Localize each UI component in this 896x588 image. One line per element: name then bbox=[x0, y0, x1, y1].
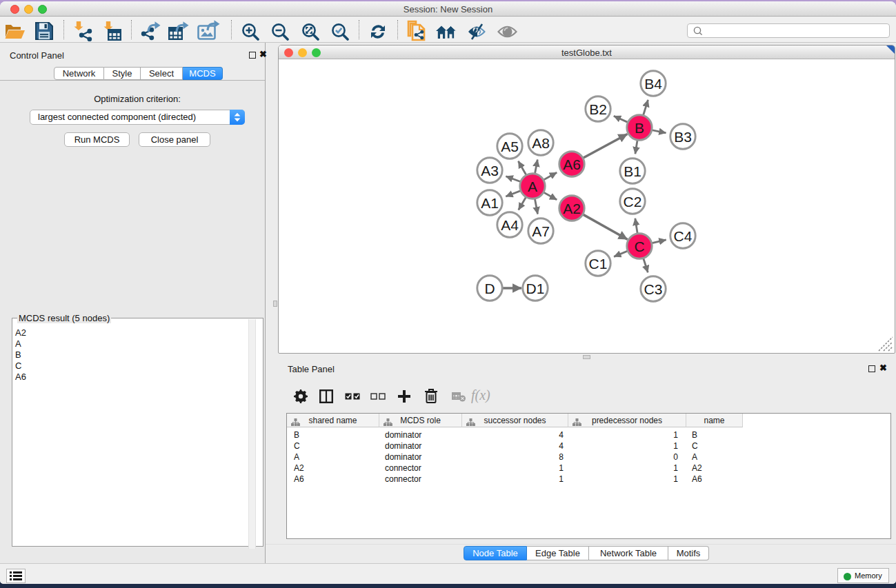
svg-text:B1: B1 bbox=[624, 163, 641, 179]
svg-text:A4: A4 bbox=[501, 217, 519, 233]
svg-text:C3: C3 bbox=[644, 281, 663, 297]
svg-text:A5: A5 bbox=[501, 139, 519, 154]
svg-text:A: A bbox=[528, 179, 537, 194]
svg-text:B4: B4 bbox=[644, 76, 662, 92]
svg-text:f(x): f(x) bbox=[471, 389, 490, 403]
svg-text:A6: A6 bbox=[563, 156, 581, 172]
svg-text:B2: B2 bbox=[589, 101, 607, 117]
svg-text:A8: A8 bbox=[532, 135, 550, 151]
svg-text:A2: A2 bbox=[563, 201, 581, 216]
svg-text:C1: C1 bbox=[589, 256, 608, 272]
svg-text:B3: B3 bbox=[674, 129, 692, 145]
svg-text:A3: A3 bbox=[481, 163, 499, 179]
svg-text:D1: D1 bbox=[526, 281, 545, 296]
svg-text:D: D bbox=[484, 281, 495, 296]
svg-text:A1: A1 bbox=[481, 195, 499, 211]
svg-text:C2: C2 bbox=[624, 194, 642, 210]
svg-text:C4: C4 bbox=[674, 228, 693, 244]
svg-text:C: C bbox=[634, 239, 644, 254]
svg-text:B: B bbox=[635, 120, 644, 136]
svg-text:A7: A7 bbox=[532, 223, 550, 239]
